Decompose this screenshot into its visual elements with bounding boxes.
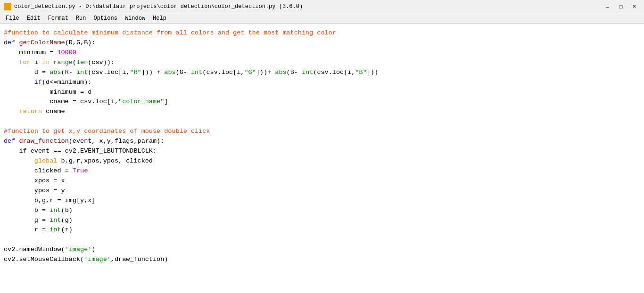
code-line-5: d = abs(R- int(csv.loc[i,"R"])) + abs(G-… xyxy=(4,69,378,76)
window-title: color_detection.py - D:\dataflair projec… xyxy=(14,3,602,10)
menu-format[interactable]: Format xyxy=(44,14,72,23)
comment-line-1: #function to calculate minimum distance … xyxy=(4,29,336,36)
code-line-3: minimum = 10000 xyxy=(4,49,76,56)
menu-edit[interactable]: Edit xyxy=(23,14,44,23)
window-controls: – □ ✕ xyxy=(602,2,640,11)
code-line-19: g = int(g) xyxy=(4,217,73,224)
minimize-button[interactable]: – xyxy=(602,2,614,11)
app-icon xyxy=(4,3,11,10)
menu-file[interactable]: File xyxy=(2,14,23,23)
code-line-11: def draw_function(event, x,y,flags,param… xyxy=(4,138,164,145)
code-line-8: cname = csv.loc[i,"color_name"] xyxy=(4,98,168,105)
code-line-2: def getColorName(R,G,B): xyxy=(4,39,95,46)
code-line-20: r = int(r) xyxy=(4,226,73,233)
titlebar: color_detection.py - D:\dataflair projec… xyxy=(0,0,644,13)
comment-line-10: #function to get x,y coordinates of mous… xyxy=(4,128,210,135)
menu-options[interactable]: Options xyxy=(90,14,121,23)
code-line-15: xpos = x xyxy=(4,177,65,184)
close-button[interactable]: ✕ xyxy=(628,2,640,11)
code-line-6: if(d<=minimum): xyxy=(4,79,91,86)
maximize-button[interactable]: □ xyxy=(615,2,627,11)
menu-help[interactable]: Help xyxy=(149,14,170,23)
code-line-4: for i in range(len(csv)): xyxy=(4,59,115,66)
menu-window[interactable]: Window xyxy=(121,14,149,23)
menu-run[interactable]: Run xyxy=(72,14,90,23)
code-line-18: b = int(b) xyxy=(4,207,73,214)
code-editor[interactable]: #function to calculate minimum distance … xyxy=(0,24,644,293)
code-line-12: if event == cv2.EVENT_LBUTTONDBLCLK: xyxy=(4,147,157,155)
code-line-7: minimum = d xyxy=(4,89,91,96)
code-line-16: ypos = y xyxy=(4,187,65,194)
code-line-9: return cname xyxy=(4,108,65,115)
code-line-21: cv2.namedWindow('image') xyxy=(4,246,95,253)
code-line-13: global b,g,r,xpos,ypos, clicked xyxy=(4,157,153,164)
menubar: File Edit Format Run Options Window Help xyxy=(0,13,644,24)
code-line-17: b,g,r = img[y,x] xyxy=(4,197,95,204)
code-line-22: cv2.setMouseCallback('image',draw_functi… xyxy=(4,256,168,263)
code-line-14: clicked = True xyxy=(4,167,88,174)
